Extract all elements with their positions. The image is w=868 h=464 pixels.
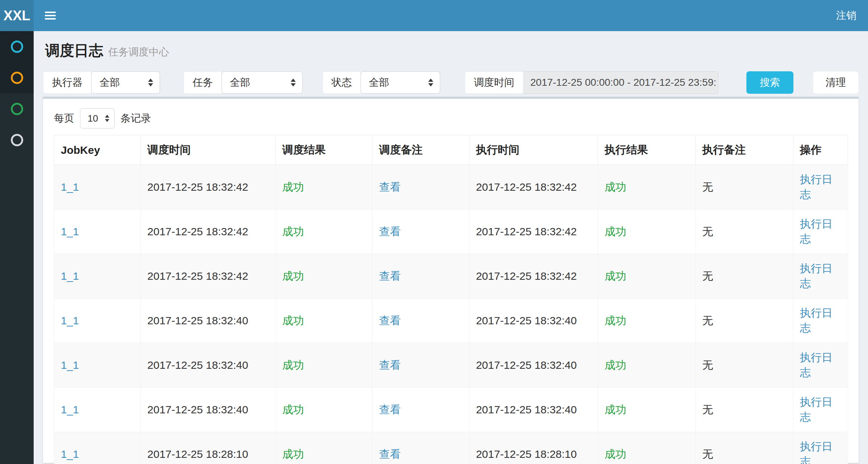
top-navbar: XXL 注销 (0, 0, 868, 31)
jobkey-link[interactable]: 1_1 (61, 225, 79, 237)
column-header: 执行结果 (598, 135, 696, 165)
status-filter-group: 状态 全部 (323, 71, 440, 94)
execution-log-link[interactable]: 执行日志 (800, 262, 833, 289)
handle-time-cell: 2017-12-25 18:32:40 (476, 359, 577, 371)
app-logo: XXL (0, 0, 34, 31)
trigger-time-cell: 2017-12-25 18:32:40 (147, 315, 248, 326)
handle-time-cell: 2017-12-25 18:32:40 (476, 404, 577, 416)
circle-icon (11, 41, 23, 53)
trigger-msg-link[interactable]: 查看 (379, 225, 401, 237)
handle-time-cell: 2017-12-25 18:32:42 (476, 270, 577, 282)
trigger-msg-link[interactable]: 查看 (379, 404, 401, 416)
select-arrows-icon (428, 79, 433, 87)
search-button[interactable]: 搜索 (746, 71, 793, 94)
handle-msg-cell: 无 (702, 448, 713, 460)
trigger-msg-link[interactable]: 查看 (379, 315, 401, 326)
log-panel: 每页 10 条记录 JobKey调度时间调度结果调度备注执行时间执行结果执行备注… (43, 97, 859, 463)
trigger-result-cell: 成功 (282, 448, 304, 460)
select-arrows-icon (291, 79, 296, 87)
trigger-msg-link[interactable]: 查看 (379, 181, 401, 193)
execution-log-link[interactable]: 执行日志 (800, 351, 833, 378)
main-content: 调度日志 任务调度中心 执行器 全部 任务 全部 状态 全部 (34, 31, 868, 464)
handle-result-cell: 成功 (604, 448, 626, 460)
jobkey-link[interactable]: 1_1 (61, 181, 79, 193)
executor-filter-group: 执行器 全部 (43, 71, 160, 94)
jobkey-link[interactable]: 1_1 (61, 270, 79, 282)
page-size-suffix: 条记录 (121, 111, 151, 125)
trigger-result-cell: 成功 (282, 181, 304, 193)
column-header: 操作 (793, 135, 848, 165)
circle-icon (11, 103, 23, 115)
sidebar-item-4[interactable] (0, 125, 34, 156)
page-title: 调度日志 (45, 41, 103, 60)
table-row: 1_12017-12-25 18:32:42成功查看2017-12-25 18:… (54, 210, 848, 254)
executor-filter-label: 执行器 (43, 71, 91, 94)
handle-time-cell: 2017-12-25 18:32:42 (476, 181, 577, 193)
circle-icon (11, 72, 23, 84)
table-row: 1_12017-12-25 18:28:10成功查看2017-12-25 18:… (54, 432, 848, 464)
sidebar-item-3[interactable] (0, 93, 34, 125)
jobkey-link[interactable]: 1_1 (61, 404, 79, 416)
execution-log-link[interactable]: 执行日志 (800, 396, 833, 423)
handle-time-cell: 2017-12-25 18:28:10 (476, 448, 577, 460)
trigger-time-cell: 2017-12-25 18:32:42 (147, 225, 248, 237)
sidebar-item-1[interactable] (0, 31, 34, 62)
time-filter-label: 调度时间 (465, 71, 523, 94)
column-header: 调度结果 (275, 135, 372, 165)
trigger-time-cell: 2017-12-25 18:32:40 (147, 359, 248, 371)
trigger-result-cell: 成功 (282, 315, 304, 326)
filter-toolbar: 执行器 全部 任务 全部 状态 全部 调度时间 (43, 71, 859, 94)
handle-result-cell: 成功 (604, 225, 626, 237)
jobkey-link[interactable]: 1_1 (61, 315, 79, 326)
trigger-time-cell: 2017-12-25 18:32:40 (147, 404, 248, 416)
trigger-result-cell: 成功 (282, 225, 304, 237)
page-size-select[interactable]: 10 (80, 108, 115, 128)
column-header: 执行时间 (469, 135, 598, 165)
page-subtitle: 任务调度中心 (108, 45, 169, 59)
page-size-value: 10 (88, 113, 98, 124)
hamburger-icon (45, 12, 56, 13)
handle-result-cell: 成功 (604, 181, 626, 193)
logout-link[interactable]: 注销 (836, 0, 856, 31)
table-header-row: JobKey调度时间调度结果调度备注执行时间执行结果执行备注操作 (54, 135, 848, 165)
handle-result-cell: 成功 (604, 404, 626, 416)
sidebar-menu (0, 31, 34, 464)
handle-time-cell: 2017-12-25 18:32:40 (476, 315, 577, 326)
table-row: 1_12017-12-25 18:32:40成功查看2017-12-25 18:… (54, 388, 848, 432)
log-table: JobKey调度时间调度结果调度备注执行时间执行结果执行备注操作 1_12017… (54, 135, 848, 464)
time-filter-group: 调度时间 (465, 71, 719, 94)
trigger-msg-link[interactable]: 查看 (379, 359, 401, 371)
status-select[interactable]: 全部 (361, 71, 440, 94)
job-select-value: 全部 (230, 76, 250, 89)
handle-msg-cell: 无 (702, 181, 713, 193)
sidebar-toggle-button[interactable] (40, 0, 61, 31)
column-header: 调度备注 (372, 135, 469, 165)
circle-icon (11, 134, 23, 146)
column-header: 调度时间 (141, 135, 276, 165)
trigger-time-cell: 2017-12-25 18:32:42 (147, 181, 248, 193)
page-header: 调度日志 任务调度中心 (43, 41, 859, 60)
execution-log-link[interactable]: 执行日志 (800, 440, 833, 464)
trigger-result-cell: 成功 (282, 359, 304, 371)
time-range-input[interactable] (523, 71, 719, 94)
status-select-value: 全部 (369, 76, 389, 89)
handle-msg-cell: 无 (702, 404, 713, 416)
sidebar-item-2[interactable] (0, 62, 34, 93)
executor-select[interactable]: 全部 (91, 71, 160, 94)
handle-msg-cell: 无 (702, 315, 713, 326)
jobkey-link[interactable]: 1_1 (61, 448, 79, 460)
jobkey-link[interactable]: 1_1 (61, 359, 79, 371)
executor-select-value: 全部 (100, 76, 120, 89)
trigger-msg-link[interactable]: 查看 (379, 270, 401, 282)
table-row: 1_12017-12-25 18:32:42成功查看2017-12-25 18:… (54, 254, 848, 299)
execution-log-link[interactable]: 执行日志 (800, 173, 833, 200)
job-select[interactable]: 全部 (222, 71, 303, 94)
execution-log-link[interactable]: 执行日志 (800, 218, 833, 245)
table-row: 1_12017-12-25 18:32:40成功查看2017-12-25 18:… (54, 343, 848, 388)
select-arrows-icon (105, 115, 109, 122)
clean-button[interactable]: 清理 (813, 71, 859, 94)
execution-log-link[interactable]: 执行日志 (800, 307, 833, 334)
trigger-msg-link[interactable]: 查看 (379, 448, 401, 460)
trigger-result-cell: 成功 (282, 270, 304, 282)
handle-msg-cell: 无 (702, 225, 713, 237)
